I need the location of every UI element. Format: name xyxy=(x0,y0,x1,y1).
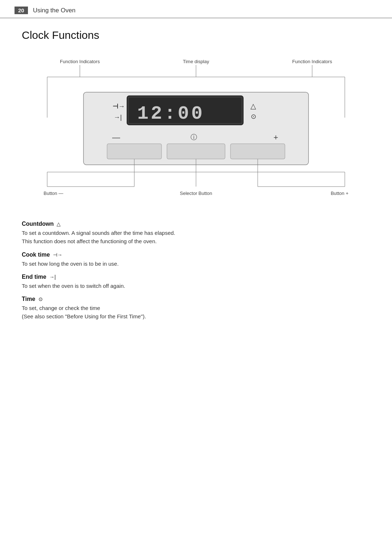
selector-button-label: Selector Button xyxy=(180,191,212,196)
button-plus-label: Button + xyxy=(331,191,348,196)
label-time-display: Time display xyxy=(183,59,209,64)
page-header: 20 Using the Oven xyxy=(0,0,392,18)
desc-time-body: To set, change or check the time (See al… xyxy=(22,304,370,321)
svg-text:+: + xyxy=(274,133,278,142)
desc-countdown-body: To set a countdown. A signal sounds afte… xyxy=(22,229,370,246)
cook-time-icon: ⊣→ xyxy=(53,252,62,258)
desc-countdown-heading: Countdown △ xyxy=(22,221,370,227)
desc-time: Time ⊙ To set, change or check the time … xyxy=(22,296,370,321)
countdown-icon: △ xyxy=(57,221,61,227)
svg-text:⊙: ⊙ xyxy=(251,113,256,120)
desc-end-time-body: To set when the oven is to switch off ag… xyxy=(22,282,370,290)
label-func-right: Function Indicators xyxy=(292,59,332,64)
svg-rect-18 xyxy=(167,144,225,159)
end-time-icon: →| xyxy=(49,274,56,280)
time-icon: ⊙ xyxy=(38,296,43,302)
svg-text:12:00: 12:00 xyxy=(137,103,205,125)
svg-text:ⓘ: ⓘ xyxy=(191,134,197,141)
desc-end-time: End time →| To set when the oven is to s… xyxy=(22,274,370,290)
desc-time-heading: Time ⊙ xyxy=(22,296,370,302)
desc-cook-time-heading: Cook time ⊣→ xyxy=(22,252,370,258)
svg-text:→|: →| xyxy=(114,114,122,121)
page-title-text: Using the Oven xyxy=(33,7,75,14)
descriptions-section: Countdown △ To set a countdown. A signal… xyxy=(22,221,370,321)
desc-countdown: Countdown △ To set a countdown. A signal… xyxy=(22,221,370,246)
content-area: Clock Functions Function Indicators Time… xyxy=(0,18,392,341)
page-number: 20 xyxy=(15,7,28,14)
svg-rect-17 xyxy=(107,144,162,159)
svg-text:⊣→: ⊣→ xyxy=(113,103,125,110)
desc-end-time-heading: End time →| xyxy=(22,274,370,280)
diagram-svg: Function Indicators Time display Functio… xyxy=(36,52,356,205)
svg-rect-19 xyxy=(230,144,285,159)
svg-text:△: △ xyxy=(250,102,256,110)
section-title: Clock Functions xyxy=(22,29,370,41)
label-func-left: Function Indicators xyxy=(60,59,100,64)
desc-cook-time-body: To set how long the oven is to be in use… xyxy=(22,260,370,268)
clock-diagram: Function Indicators Time display Functio… xyxy=(36,52,356,206)
button-minus-label: Button — xyxy=(44,191,63,196)
svg-text:—: — xyxy=(112,133,120,142)
desc-cook-time: Cook time ⊣→ To set how long the oven is… xyxy=(22,252,370,268)
